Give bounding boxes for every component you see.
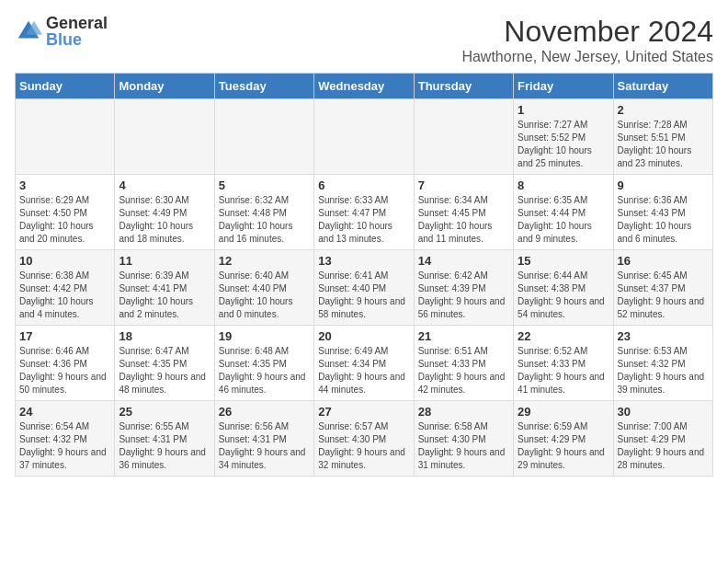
day-number: 11: [119, 254, 210, 268]
day-info: Sunrise: 6:53 AM Sunset: 4:32 PM Dayligh…: [618, 345, 709, 396]
day-info: Sunrise: 6:49 AM Sunset: 4:34 PM Dayligh…: [318, 345, 409, 396]
day-number: 28: [418, 405, 509, 419]
calendar-week-2: 3Sunrise: 6:29 AM Sunset: 4:50 PM Daylig…: [16, 175, 713, 250]
calendar-cell: 14Sunrise: 6:42 AM Sunset: 4:39 PM Dayli…: [414, 250, 513, 326]
calendar-cell: 30Sunrise: 7:00 AM Sunset: 4:29 PM Dayli…: [613, 401, 712, 477]
calendar-cell: 13Sunrise: 6:41 AM Sunset: 4:40 PM Dayli…: [314, 250, 414, 326]
calendar-cell: 5Sunrise: 6:32 AM Sunset: 4:48 PM Daylig…: [214, 175, 313, 250]
header-day-wednesday: Wednesday: [314, 74, 414, 99]
day-info: Sunrise: 6:38 AM Sunset: 4:42 PM Dayligh…: [19, 270, 110, 321]
day-number: 16: [618, 254, 709, 268]
day-number: 9: [618, 178, 709, 192]
day-info: Sunrise: 6:32 AM Sunset: 4:48 PM Dayligh…: [219, 194, 310, 246]
day-info: Sunrise: 6:36 AM Sunset: 4:43 PM Dayligh…: [618, 194, 709, 246]
day-info: Sunrise: 6:30 AM Sunset: 4:49 PM Dayligh…: [119, 194, 210, 246]
day-number: 20: [318, 329, 409, 343]
day-info: Sunrise: 6:40 AM Sunset: 4:40 PM Dayligh…: [219, 270, 310, 321]
day-number: 25: [119, 405, 210, 419]
calendar-cell: 4Sunrise: 6:30 AM Sunset: 4:49 PM Daylig…: [115, 175, 214, 250]
day-info: Sunrise: 6:55 AM Sunset: 4:31 PM Dayligh…: [119, 420, 210, 472]
calendar-cell: 27Sunrise: 6:57 AM Sunset: 4:30 PM Dayli…: [314, 401, 414, 477]
calendar-cell: 28Sunrise: 6:58 AM Sunset: 4:30 PM Dayli…: [414, 401, 513, 477]
logo: General Blue: [15, 15, 108, 48]
title-area: November 2024 Hawthorne, New Jersey, Uni…: [461, 15, 713, 65]
day-info: Sunrise: 6:39 AM Sunset: 4:41 PM Dayligh…: [119, 270, 210, 321]
calendar-cell: [115, 99, 214, 175]
day-number: 14: [418, 254, 509, 268]
day-number: 18: [119, 329, 210, 343]
day-number: 22: [518, 329, 609, 343]
calendar-cell: 29Sunrise: 6:59 AM Sunset: 4:29 PM Dayli…: [514, 401, 613, 477]
calendar-cell: [16, 99, 115, 175]
day-number: 7: [418, 178, 509, 192]
day-number: 6: [318, 178, 409, 192]
calendar-cell: 25Sunrise: 6:55 AM Sunset: 4:31 PM Dayli…: [115, 401, 214, 477]
calendar-week-1: 1Sunrise: 7:27 AM Sunset: 5:52 PM Daylig…: [16, 99, 713, 175]
day-number: 30: [618, 405, 709, 419]
calendar-cell: 19Sunrise: 6:48 AM Sunset: 4:35 PM Dayli…: [214, 326, 313, 401]
calendar-cell: 9Sunrise: 6:36 AM Sunset: 4:43 PM Daylig…: [613, 175, 712, 250]
day-info: Sunrise: 6:54 AM Sunset: 4:32 PM Dayligh…: [19, 420, 110, 472]
day-info: Sunrise: 6:57 AM Sunset: 4:30 PM Dayligh…: [318, 420, 409, 472]
day-number: 5: [219, 178, 310, 192]
calendar-cell: [414, 99, 513, 175]
day-info: Sunrise: 6:47 AM Sunset: 4:35 PM Dayligh…: [119, 345, 210, 396]
day-number: 26: [219, 405, 310, 419]
day-info: Sunrise: 6:45 AM Sunset: 4:37 PM Dayligh…: [618, 270, 709, 321]
header-day-friday: Friday: [514, 74, 613, 99]
header-day-thursday: Thursday: [414, 74, 513, 99]
calendar-cell: 18Sunrise: 6:47 AM Sunset: 4:35 PM Dayli…: [115, 326, 214, 401]
logo-icon: [15, 17, 42, 45]
calendar-cell: [314, 99, 414, 175]
day-info: Sunrise: 6:51 AM Sunset: 4:33 PM Dayligh…: [418, 345, 509, 396]
day-info: Sunrise: 6:44 AM Sunset: 4:38 PM Dayligh…: [518, 270, 609, 321]
logo-blue: Blue: [46, 31, 108, 48]
day-number: 2: [618, 103, 709, 117]
calendar-cell: 6Sunrise: 6:33 AM Sunset: 4:47 PM Daylig…: [314, 175, 414, 250]
location-title: Hawthorne, New Jersey, United States: [461, 49, 713, 65]
day-info: Sunrise: 6:41 AM Sunset: 4:40 PM Dayligh…: [318, 270, 409, 321]
day-info: Sunrise: 6:33 AM Sunset: 4:47 PM Dayligh…: [318, 194, 409, 246]
day-info: Sunrise: 6:52 AM Sunset: 4:33 PM Dayligh…: [518, 345, 609, 396]
day-number: 8: [518, 178, 609, 192]
month-title: November 2024: [461, 15, 713, 49]
day-info: Sunrise: 6:48 AM Sunset: 4:35 PM Dayligh…: [219, 345, 310, 396]
logo-general: General: [46, 15, 108, 31]
header-day-saturday: Saturday: [613, 74, 712, 99]
day-number: 19: [219, 329, 310, 343]
calendar-cell: 26Sunrise: 6:56 AM Sunset: 4:31 PM Dayli…: [214, 401, 313, 477]
day-info: Sunrise: 6:29 AM Sunset: 4:50 PM Dayligh…: [19, 194, 110, 246]
day-number: 21: [418, 329, 509, 343]
day-info: Sunrise: 7:27 AM Sunset: 5:52 PM Dayligh…: [518, 119, 609, 170]
calendar-cell: [214, 99, 313, 175]
calendar-table: SundayMondayTuesdayWednesdayThursdayFrid…: [15, 73, 713, 477]
calendar-week-5: 24Sunrise: 6:54 AM Sunset: 4:32 PM Dayli…: [16, 401, 713, 477]
day-info: Sunrise: 6:56 AM Sunset: 4:31 PM Dayligh…: [219, 420, 310, 472]
calendar-cell: 8Sunrise: 6:35 AM Sunset: 4:44 PM Daylig…: [514, 175, 613, 250]
day-number: 13: [318, 254, 409, 268]
day-info: Sunrise: 6:59 AM Sunset: 4:29 PM Dayligh…: [518, 420, 609, 472]
calendar-cell: 15Sunrise: 6:44 AM Sunset: 4:38 PM Dayli…: [514, 250, 613, 326]
logo-text: General Blue: [46, 15, 108, 48]
calendar-cell: 12Sunrise: 6:40 AM Sunset: 4:40 PM Dayli…: [214, 250, 313, 326]
day-number: 29: [518, 405, 609, 419]
calendar-cell: 17Sunrise: 6:46 AM Sunset: 4:36 PM Dayli…: [16, 326, 115, 401]
calendar-cell: 11Sunrise: 6:39 AM Sunset: 4:41 PM Dayli…: [115, 250, 214, 326]
day-number: 24: [19, 405, 110, 419]
day-number: 12: [219, 254, 310, 268]
calendar-header-row: SundayMondayTuesdayWednesdayThursdayFrid…: [16, 74, 713, 99]
calendar-cell: 3Sunrise: 6:29 AM Sunset: 4:50 PM Daylig…: [16, 175, 115, 250]
day-number: 1: [518, 103, 609, 117]
calendar-cell: 2Sunrise: 7:28 AM Sunset: 5:51 PM Daylig…: [613, 99, 712, 175]
day-number: 3: [19, 178, 110, 192]
calendar-cell: 22Sunrise: 6:52 AM Sunset: 4:33 PM Dayli…: [514, 326, 613, 401]
day-number: 27: [318, 405, 409, 419]
header-day-monday: Monday: [115, 74, 214, 99]
calendar-cell: 20Sunrise: 6:49 AM Sunset: 4:34 PM Dayli…: [314, 326, 414, 401]
day-number: 23: [618, 329, 709, 343]
calendar-cell: 24Sunrise: 6:54 AM Sunset: 4:32 PM Dayli…: [16, 401, 115, 477]
day-info: Sunrise: 6:42 AM Sunset: 4:39 PM Dayligh…: [418, 270, 509, 321]
calendar-cell: 21Sunrise: 6:51 AM Sunset: 4:33 PM Dayli…: [414, 326, 513, 401]
header-day-sunday: Sunday: [16, 74, 115, 99]
day-info: Sunrise: 6:34 AM Sunset: 4:45 PM Dayligh…: [418, 194, 509, 246]
